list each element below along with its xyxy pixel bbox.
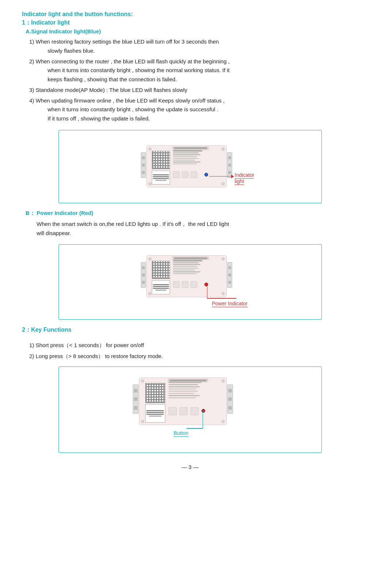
diagram-power-indicator: Power Indicator <box>59 244 322 320</box>
power-indicator-label: Power Indicator <box>212 300 248 306</box>
sub-b-heading: B： Power Indicator (Red) <box>22 210 358 217</box>
signal-item-1: 1) When restoring factory settings the b… <box>29 37 358 56</box>
signal-item-4: 4) When updating firmware online , the b… <box>29 96 358 123</box>
sub-a-heading: A.Signal Indicator light(Blue) <box>22 28 358 34</box>
key-func-item-1: 1) Short press（< 1 seconds） for power on… <box>29 340 358 350</box>
power-indicator-desc: When the smart switch is on,the red LED … <box>29 220 358 238</box>
key-functions-list: 1) Short press（< 1 seconds） for power on… <box>22 340 358 361</box>
section2-heading: 2：Key Functions <box>22 326 358 334</box>
main-heading: Indicator light and the button functions… <box>22 11 358 18</box>
red-power-dot <box>204 283 208 286</box>
section1-heading: 1：Indicator light <box>22 19 358 27</box>
button-label: Button <box>174 430 188 436</box>
signal-item-2: 2) When connecting to the router , the b… <box>29 57 358 84</box>
blue-indicator-dot <box>204 173 208 176</box>
signal-item-3: 3) Standalone mode(AP Mode) : The blue L… <box>29 86 358 95</box>
page-number: — 3 — <box>22 464 358 470</box>
key-func-item-2: 2) Long press（> 8 seconds） to restore fa… <box>29 351 358 361</box>
button-dot <box>202 409 205 413</box>
diagram-button: Button <box>59 366 322 453</box>
indicator-light-label: Indicator light <box>235 172 255 184</box>
diagram-indicator-light: Indicator light <box>59 130 322 203</box>
